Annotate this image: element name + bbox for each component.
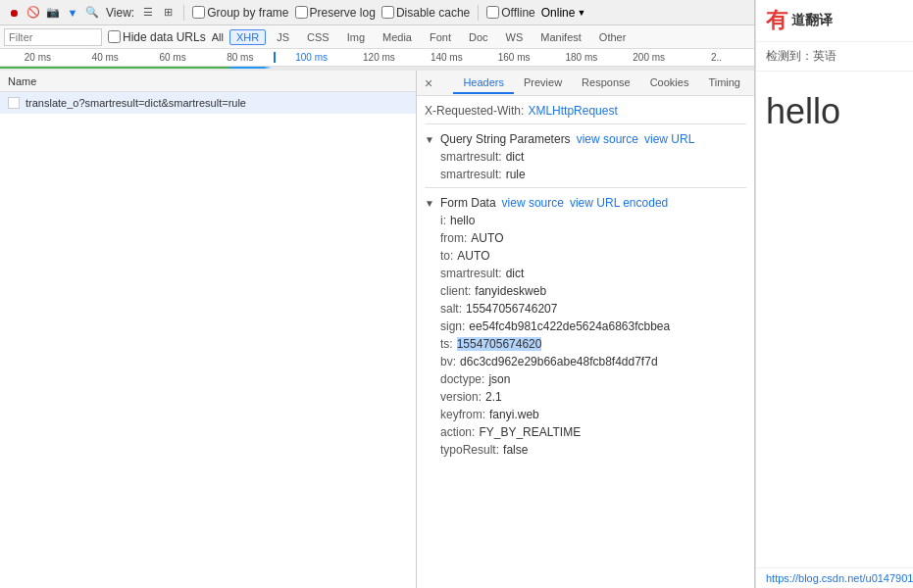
form-param-client: client fanyideskweb (440, 282, 746, 300)
tab-headers[interactable]: Headers (453, 73, 514, 94)
filter-bar: Hide data URLs All XHR JS CSS Img Media … (0, 25, 754, 49)
query-string-title: Query String Parameters (440, 132, 571, 146)
view-source-link-query[interactable]: view source (577, 132, 638, 146)
list-view-icon[interactable]: ☰ (140, 5, 156, 21)
toolbar: ⏺ 🚫 📷 ▼ 🔍 View: ☰ ⊞ Group by frame Prese… (0, 0, 754, 25)
group-by-frame-checkbox[interactable]: Group by frame (192, 6, 288, 20)
online-dropdown[interactable]: Online ▼ (541, 6, 586, 20)
disable-cache-checkbox[interactable]: Disable cache (381, 6, 470, 20)
form-val-sign: ee54fc4b981c422de5624a6863fcbbea (469, 319, 670, 333)
query-param-value-1: dict (506, 150, 525, 164)
timeline-180: 180 ms (548, 52, 616, 63)
timeline-160: 160 ms (481, 52, 548, 63)
offline-checkbox[interactable]: Offline (486, 6, 534, 20)
form-key-action: action (440, 425, 479, 439)
filter-tab-media[interactable]: Media (376, 29, 419, 45)
grid-view-icon[interactable]: ⊞ (160, 5, 176, 21)
search-icon[interactable]: 🔍 (84, 5, 100, 21)
form-val-i: hello (450, 214, 475, 227)
tab-cookies[interactable]: Cookies (640, 73, 699, 94)
form-val-to: AUTO (457, 249, 489, 263)
timeline-20: 20 ms (4, 52, 72, 63)
form-param-smartresult: smartresult dict (440, 265, 746, 282)
translation-widget: 有 道翻译 检测到：英语 hello https://blog.csdn.net… (755, 0, 913, 588)
logo-chinese-char: 有 (766, 6, 787, 35)
detail-panel: × Headers Preview Response Cookies Timin… (417, 71, 754, 588)
divider-1 (425, 123, 746, 124)
query-param-smartresult-dict: smartresult dict (440, 148, 746, 166)
form-param-salt: salt 15547056746207 (440, 300, 746, 318)
form-param-typoresult: typoResult false (440, 441, 746, 459)
form-key-salt: salt (440, 302, 466, 316)
translated-text: hello (766, 91, 840, 132)
filter-tab-img[interactable]: Img (340, 29, 372, 45)
filter-tab-css[interactable]: CSS (300, 29, 336, 45)
view-url-link-query[interactable]: view URL (644, 132, 694, 146)
form-param-version: version 2.1 (440, 388, 746, 406)
close-button[interactable]: × (421, 75, 436, 91)
filter-icon[interactable]: ▼ (65, 5, 80, 21)
form-key-to: to (440, 249, 457, 263)
form-param-doctype: doctype json (440, 370, 746, 388)
filter-tab-doc[interactable]: Doc (462, 29, 495, 45)
all-filter-tab[interactable]: All (212, 31, 224, 43)
divider-2 (425, 187, 746, 188)
timeline-bar (0, 67, 754, 69)
hide-data-urls-checkbox[interactable]: Hide data URLs (108, 30, 206, 44)
x-requested-with-key: X-Requested-With (425, 104, 528, 118)
filter-tab-other[interactable]: Other (592, 29, 634, 45)
timeline-140: 140 ms (413, 52, 481, 63)
request-name: translate_o?smartresult=dict&smartresult… (25, 97, 246, 109)
filter-tab-js[interactable]: JS (270, 29, 296, 45)
timeline-80: 80 ms (206, 52, 274, 63)
form-val-smartresult: dict (506, 267, 525, 280)
widget-footer-link[interactable]: https://blog.csdn.net/u014790138 (756, 567, 913, 588)
filter-input[interactable] (4, 28, 102, 46)
timeline-200: 200 ms (615, 52, 683, 63)
name-column-header: Name (8, 75, 36, 87)
tab-response[interactable]: Response (572, 73, 640, 94)
form-val-salt: 15547056746207 (466, 302, 557, 316)
toolbar-icons: ⏺ 🚫 📷 ▼ 🔍 (6, 5, 100, 21)
clear-icon[interactable]: 🚫 (25, 5, 41, 21)
filter-tab-ws[interactable]: WS (499, 29, 531, 45)
view-url-encoded-link[interactable]: view URL encoded (570, 196, 668, 210)
form-key-client: client (440, 284, 475, 298)
form-val-ts: 1554705674620 (457, 337, 542, 351)
form-val-from: AUTO (471, 231, 503, 245)
form-param-sign: sign ee54fc4b981c422de5624a6863fcbbea (440, 318, 746, 335)
query-toggle-icon[interactable]: ▼ (425, 134, 434, 145)
widget-header: 有 道翻译 (756, 0, 913, 42)
filter-tab-xhr[interactable]: XHR (229, 29, 266, 45)
tab-timing[interactable]: Timing (698, 73, 750, 94)
form-key-from: from (440, 231, 471, 245)
form-key-keyfrom: keyfrom (440, 408, 489, 421)
form-key-typoresult: typoResult (440, 443, 503, 457)
filter-tab-manifest[interactable]: Manifest (533, 29, 588, 45)
tab-preview[interactable]: Preview (514, 73, 572, 94)
separator-2 (478, 5, 479, 21)
x-requested-with-row: X-Requested-With XMLHttpRequest (425, 102, 746, 120)
detail-tabs: × Headers Preview Response Cookies Timin… (417, 71, 754, 96)
view-source-link-form[interactable]: view source (502, 196, 564, 210)
request-checkbox[interactable] (8, 97, 20, 109)
separator-1 (183, 5, 184, 21)
preserve-log-checkbox[interactable]: Preserve log (295, 6, 376, 20)
form-param-keyfrom: keyfrom fanyi.web (440, 406, 746, 423)
view-label: View: (106, 6, 134, 20)
timeline: 20 ms 40 ms 60 ms 80 ms 100 ms 120 ms 14… (0, 49, 754, 67)
request-item[interactable]: translate_o?smartresult=dict&smartresult… (0, 92, 416, 114)
form-toggle-icon[interactable]: ▼ (425, 198, 434, 209)
timeline-40: 40 ms (72, 52, 139, 63)
main-content: Name translate_o?smartresult=dict&smartr… (0, 71, 754, 588)
form-val-client: fanyideskweb (475, 284, 546, 298)
request-list-header: Name (0, 71, 416, 92)
filter-tab-font[interactable]: Font (423, 29, 458, 45)
record-icon[interactable]: ⏺ (6, 5, 22, 21)
form-val-bv: d6c3cd962e29b66abe48fcb8f4dd7f7d (460, 355, 658, 368)
query-param-key-2: smartresult (440, 168, 506, 181)
camera-icon[interactable]: 📷 (45, 5, 61, 21)
form-val-keyfrom: fanyi.web (489, 408, 539, 421)
form-param-ts: ts 1554705674620 (440, 335, 746, 353)
dropdown-arrow-icon: ▼ (577, 8, 585, 18)
